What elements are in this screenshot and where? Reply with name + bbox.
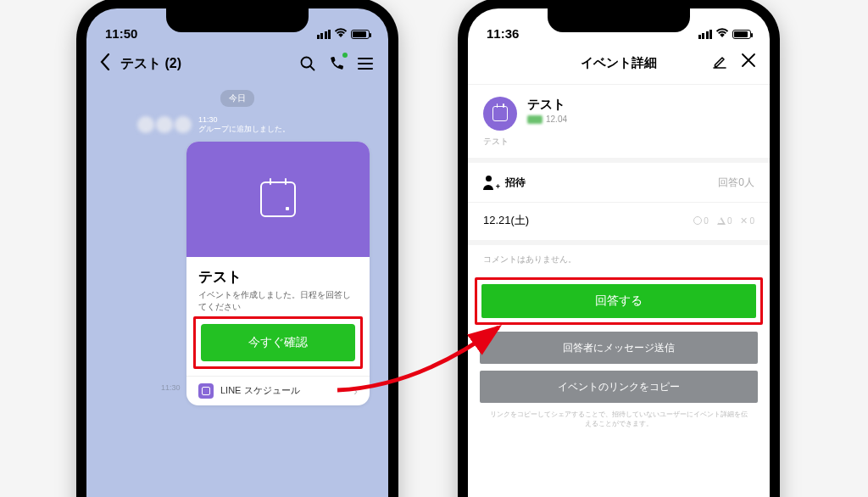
event-card-subtitle: イベントを作成しました。日程を回答してください — [198, 289, 358, 313]
call-icon[interactable] — [327, 54, 346, 73]
organizer-avatar — [527, 115, 542, 124]
phone-frame-right: 11:36 イベント詳細 テスト — [458, 0, 780, 497]
event-card-hero — [186, 142, 370, 257]
notch — [166, 8, 309, 32]
event-title: テスト — [527, 97, 567, 113]
schedule-icon — [198, 383, 214, 399]
copy-link-note: リンクをコピーしてシェアすることで、招待していないユーザーにイベント詳細を伝える… — [468, 410, 770, 440]
notch — [548, 8, 690, 32]
answer-button[interactable]: 回答する — [481, 284, 756, 318]
event-detail-header: イベント詳細 — [468, 42, 770, 85]
system-message-text: 11:30 グループに追加しました。 — [198, 115, 290, 135]
close-icon[interactable] — [741, 53, 756, 72]
search-icon[interactable] — [298, 54, 317, 73]
message-responders-button[interactable]: 回答者にメッセージ送信 — [480, 332, 758, 364]
chat-title: テスト (2) — [120, 55, 181, 73]
back-button[interactable] — [100, 52, 110, 75]
x-icon: ✕ — [740, 215, 748, 226]
menu-icon[interactable] — [356, 54, 375, 73]
invite-icon: + — [483, 175, 498, 190]
event-created: 12.04 — [527, 114, 567, 124]
invite-row[interactable]: + 招待 回答0人 — [468, 163, 770, 202]
vote-yes: 0 — [693, 216, 709, 226]
battery-icon — [732, 30, 751, 39]
status-icons — [698, 28, 752, 41]
screen-left: 11:50 テスト (2) — [86, 8, 388, 497]
event-description: テスト — [468, 134, 770, 158]
answer-count: 回答0人 — [718, 176, 754, 190]
triangle-icon — [717, 217, 726, 225]
event-card-title: テスト — [198, 267, 358, 287]
invite-label: 招待 — [505, 176, 526, 190]
avatar-group — [137, 116, 192, 133]
copy-link-button[interactable]: イベントのリンクをコピー — [480, 371, 758, 403]
phone-frame-left: 11:50 テスト (2) — [76, 0, 398, 497]
signal-icon — [317, 30, 331, 39]
date-chip: 今日 — [220, 90, 254, 107]
screen-right: 11:36 イベント詳細 テスト — [468, 8, 770, 497]
signal-icon — [698, 30, 713, 39]
chevron-right-icon: › — [353, 384, 358, 398]
event-card: テスト イベントを作成しました。日程を回答してください 今すぐ確認 LINE ス… — [186, 142, 370, 405]
calendar-badge-icon — [483, 97, 517, 131]
event-summary: テスト 12.04 — [468, 85, 770, 134]
confirm-now-button[interactable]: 今すぐ確認 — [201, 324, 355, 361]
calendar-icon — [260, 181, 296, 217]
highlight-frame: 回答する — [475, 277, 763, 325]
date-option-row[interactable]: 12.21(土) 0 0 ✕0 — [468, 202, 770, 240]
wifi-icon — [334, 28, 348, 41]
status-clock: 11:50 — [105, 26, 137, 41]
wifi-icon — [715, 28, 729, 41]
comment-empty: コメントはありません。 — [468, 245, 770, 277]
highlight-frame: 今すぐ確認 — [193, 316, 363, 369]
system-message: 11:30 グループに追加しました。 — [137, 115, 388, 135]
circle-icon — [693, 216, 702, 225]
status-clock: 11:36 — [487, 26, 519, 41]
battery-icon — [351, 30, 370, 39]
vote-tally: 0 0 ✕0 — [693, 215, 754, 226]
footer-label: LINE スケジュール — [220, 384, 300, 397]
page-title: イベント詳細 — [581, 55, 657, 71]
date-option-label: 12.21(土) — [483, 213, 529, 228]
chat-header: テスト (2) — [86, 42, 388, 85]
edit-icon[interactable] — [712, 54, 727, 73]
vote-maybe: 0 — [717, 216, 732, 226]
status-icons — [317, 28, 370, 41]
vote-no: ✕0 — [740, 215, 754, 226]
